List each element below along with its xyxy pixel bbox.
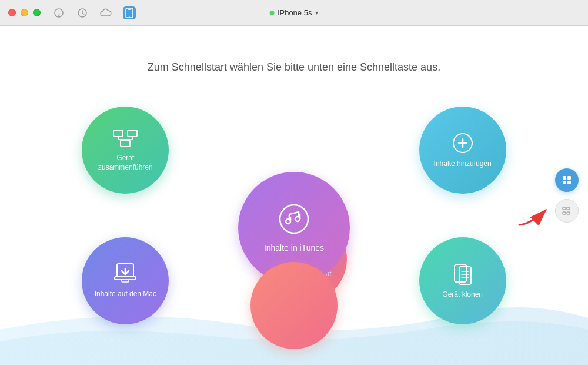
svg-rect-34: [567, 207, 570, 210]
mac-transfer-label: Inhalte auf den Mac: [95, 290, 156, 299]
phone-icon[interactable]: [123, 6, 136, 19]
svg-rect-30: [563, 181, 566, 184]
svg-rect-19: [122, 280, 129, 282]
svg-rect-8: [113, 130, 123, 137]
main-content: Zum Schnellstart wählen Sie bitte unten …: [0, 26, 588, 365]
list-view-button[interactable]: [555, 199, 579, 223]
cloud-icon[interactable]: [99, 6, 112, 19]
svg-rect-33: [563, 212, 566, 214]
clone-device-label: Gerät klonen: [442, 290, 483, 300]
itunes-icon: [278, 203, 310, 235]
mac-transfer-icon: [112, 263, 138, 285]
svg-rect-31: [567, 181, 571, 184]
svg-point-7: [129, 16, 130, 17]
svg-point-11: [280, 205, 308, 233]
side-buttons-panel: [555, 168, 579, 223]
add-content-label: Inhalte hinzufügen: [434, 160, 492, 169]
merge-device-label: Gerätzusammenführen: [98, 154, 153, 172]
mac-transfer-button[interactable]: Inhalte auf den Mac: [82, 237, 169, 324]
add-content-icon: [451, 131, 475, 155]
svg-rect-10: [121, 140, 130, 147]
merge-device-button[interactable]: Gerätzusammenführen: [82, 107, 169, 194]
itunes-label: Inhalte in iTunes: [264, 243, 324, 253]
close-button[interactable]: [8, 9, 16, 16]
subtitle-text: Zum Schnellstart wählen Sie bitte unten …: [148, 61, 440, 74]
red-arrow-indicator: [516, 201, 552, 233]
svg-rect-32: [563, 207, 566, 210]
svg-rect-9: [128, 130, 137, 137]
titlebar: ♪ iPhone 5s ▾: [0, 0, 588, 26]
clock-icon[interactable]: [76, 6, 89, 19]
music-icon[interactable]: ♪: [52, 6, 65, 19]
titlebar-icons: ♪: [52, 6, 136, 19]
device-name: iPhone 5s: [278, 8, 312, 17]
svg-rect-28: [563, 176, 566, 180]
svg-rect-29: [567, 176, 571, 180]
add-content-button[interactable]: Inhalte hinzufügen: [419, 107, 506, 194]
device-transfer-button[interactable]: [250, 262, 338, 349]
device-chevron: ▾: [315, 9, 318, 16]
clone-device-button[interactable]: Gerät klonen: [419, 237, 506, 324]
grid-view-button[interactable]: [555, 168, 579, 192]
maximize-button[interactable]: [33, 9, 41, 16]
device-selector[interactable]: iPhone 5s ▾: [270, 8, 319, 17]
minimize-button[interactable]: [21, 9, 28, 16]
merge-icon: [112, 128, 138, 149]
traffic-lights: [8, 9, 41, 16]
clone-icon: [451, 262, 475, 286]
svg-text:♪: ♪: [58, 10, 61, 16]
quick-actions-grid: Gerätzusammenführen Inhalte in iTunes: [41, 97, 547, 359]
svg-rect-35: [567, 212, 570, 214]
device-status-dot: [270, 11, 275, 15]
svg-line-4: [82, 13, 84, 14]
